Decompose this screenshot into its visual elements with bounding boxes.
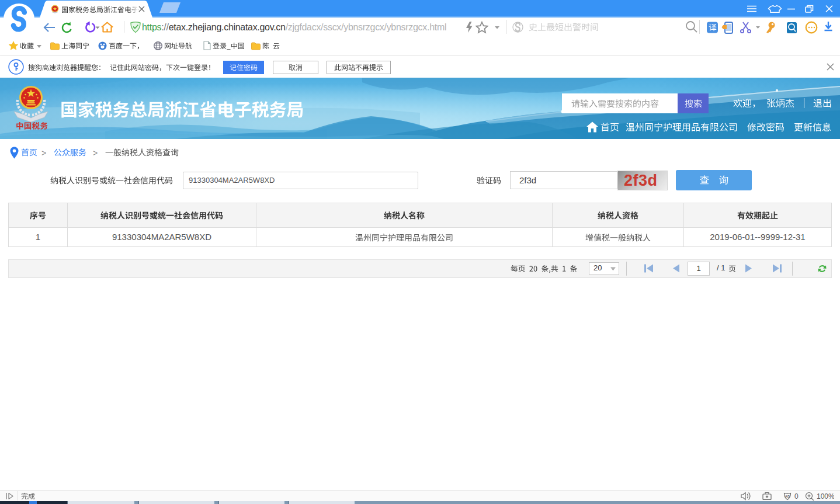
svg-text:0: 0 [794,492,799,500]
svg-text:AD: AD [785,495,790,498]
svg-text:100%: 100% [817,492,834,500]
